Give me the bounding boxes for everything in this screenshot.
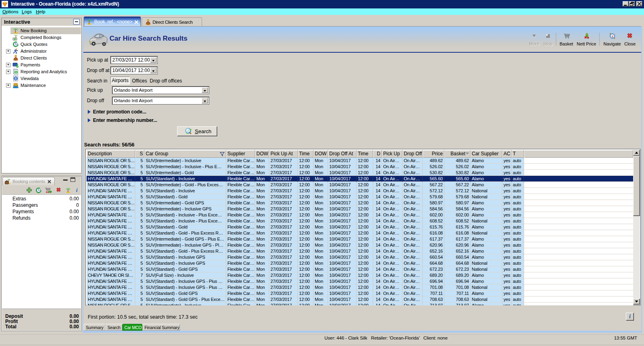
svg-text:$: $ [16,64,19,68]
svg-text:i: i [76,187,78,193]
